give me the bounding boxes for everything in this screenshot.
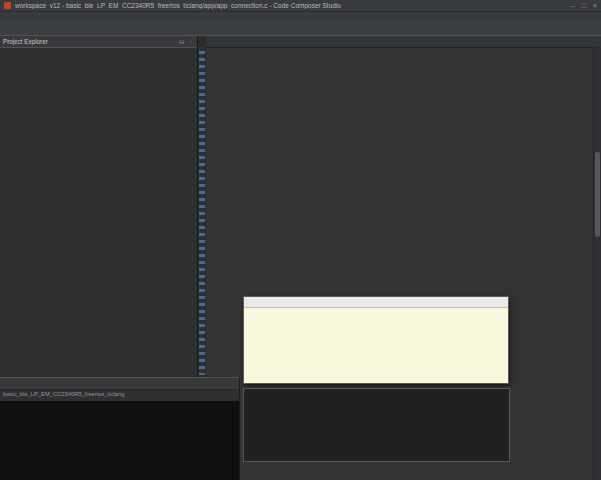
project-explorer-header: Project Explorer ⊟ ⋮	[0, 36, 197, 48]
window-title: workspace_v12 - basic_ble_LP_EM_CC2340R5…	[15, 2, 571, 9]
menubar	[0, 12, 601, 22]
close-window-icon[interactable]: ×	[593, 2, 597, 9]
popup-header-row	[244, 297, 508, 308]
editor-scrollbar[interactable]	[593, 47, 601, 480]
console-panel: basic_ble_LP_EM_CC2340R5_freertos_ticlan…	[0, 377, 240, 480]
expressions-popup	[243, 296, 509, 384]
console-tabbar	[0, 378, 239, 390]
maximize-window-icon[interactable]: □	[582, 2, 586, 9]
toolbar	[0, 22, 601, 36]
editor-annotation-column[interactable]	[199, 47, 205, 375]
minimize-window-icon[interactable]: –	[571, 2, 575, 9]
titlebar: workspace_v12 - basic_ble_LP_EM_CC2340R5…	[0, 0, 601, 12]
project-explorer-title: Project Explorer	[3, 38, 179, 45]
collapse-all-icon[interactable]: ⊟	[179, 39, 184, 45]
scrollbar-thumb[interactable]	[595, 152, 600, 237]
value-tooltip	[243, 388, 510, 462]
app-window: workspace_v12 - basic_ble_LP_EM_CC2340R5…	[0, 0, 601, 480]
view-menu-icon[interactable]: ⋮	[188, 39, 194, 45]
console-output	[0, 401, 239, 480]
console-title: basic_ble_LP_EM_CC2340R5_freertos_ticlan…	[0, 390, 239, 401]
app-logo-icon	[4, 2, 11, 9]
